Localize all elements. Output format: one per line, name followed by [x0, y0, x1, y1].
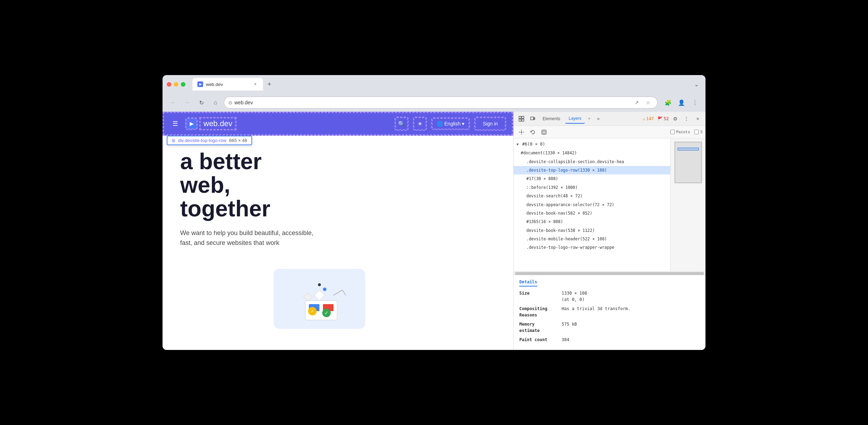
extensions-button[interactable]: 🧩 — [662, 97, 674, 108]
details-header: Details — [519, 279, 537, 287]
close-button[interactable] — [167, 82, 171, 87]
detail-memory-label: Memoryestimate — [519, 321, 562, 334]
details-panel: Details Size 1330 × 108 (at 0, 0) Compos… — [514, 275, 705, 350]
slow-checkbox[interactable] — [694, 130, 699, 134]
layers-tab-close[interactable]: × — [586, 116, 592, 122]
layers-content: ▼ #6(0 × 0) #document(1330 × 14842) .dev… — [514, 138, 705, 271]
layer-item[interactable]: devsite-book-nav(582 × 852) — [514, 209, 670, 217]
window-controls — [167, 82, 185, 87]
devtools-more-button[interactable]: ⋮ — [681, 114, 691, 124]
webpage: ☰ ▶ web.dev 🔍 ☀ 🌐 English ▾ Sign in — [163, 112, 513, 350]
site-logo: ▶ web.dev — [186, 118, 236, 130]
site-menu-button[interactable]: ☰ — [170, 118, 180, 130]
tooltip-icon: ⊞ — [172, 138, 175, 143]
layer-item[interactable]: #document(1330 × 14842) — [514, 149, 670, 157]
detail-paint-row: Paint count 384 — [519, 337, 700, 343]
error-flag-icon: 🚩 — [658, 116, 663, 121]
forward-button[interactable]: → — [182, 97, 193, 108]
slow-label: S — [694, 130, 703, 134]
site-language-button[interactable]: 🌐 English ▾ — [432, 118, 469, 129]
minimize-button[interactable] — [174, 82, 178, 87]
detail-memory-value: 575 kB — [562, 321, 577, 334]
logo-text: web.dev — [200, 118, 236, 130]
tooltip-element-name: div.devsite-top-logo-row — [178, 138, 226, 143]
bookmark-button[interactable]: ☆ — [643, 98, 653, 107]
url-bar[interactable]: ⊙ web.dev ↗ ☆ — [224, 97, 658, 109]
tab-favicon: ▶ — [197, 81, 203, 87]
scrollbar-thumb[interactable] — [515, 272, 704, 275]
paints-label: Paints — [670, 130, 690, 134]
url-actions: ↗ ☆ — [632, 98, 653, 107]
new-tab-button[interactable]: + — [264, 79, 274, 89]
site-search-button[interactable]: 🔍 — [395, 117, 408, 130]
site-theme-button[interactable]: ☀ — [414, 117, 426, 130]
svg-text:✓: ✓ — [310, 308, 314, 314]
svg-rect-16 — [522, 119, 524, 121]
detail-compositing-row: CompositingReasons Has a trivial 3d tran… — [519, 306, 700, 318]
home-button[interactable]: ⌂ — [210, 97, 221, 108]
more-tabs-button[interactable]: » — [593, 114, 603, 124]
globe-icon: 🌐 — [437, 121, 443, 127]
browser-tab[interactable]: ▶ web.dev × — [192, 78, 263, 91]
devtools-settings-button[interactable]: ⚙ — [670, 114, 680, 124]
svg-text:✓: ✓ — [324, 310, 329, 316]
back-button[interactable]: ← — [167, 97, 179, 108]
tree-arrow-icon: ▼ — [516, 142, 519, 147]
page-content: a better web, together We want to help y… — [163, 136, 513, 259]
tab-title: web.dev — [206, 82, 223, 87]
layer-item[interactable]: devsite-appearance-selector(72 × 72) — [514, 201, 670, 209]
layers-preview — [670, 138, 705, 271]
layer-item[interactable]: #17(30 × 808) — [514, 174, 670, 183]
maximize-button[interactable] — [181, 82, 185, 87]
svg-rect-14 — [522, 116, 524, 118]
devtools-panel: Elements Layers × » ⚠ 147 🚩 52 ⚙ ⋮ × — [513, 112, 705, 350]
horizontal-scrollbar[interactable] — [514, 271, 705, 275]
pan-button[interactable] — [516, 127, 526, 137]
tab-dropdown-button[interactable]: ⌄ — [691, 79, 701, 89]
layer-item[interactable]: #1365(16 × 808) — [514, 217, 670, 226]
site-signin-button[interactable]: Sign in — [475, 117, 506, 130]
reset-button[interactable] — [539, 127, 549, 137]
logo-icon: ▶ — [186, 118, 197, 129]
more-options-button[interactable]: ⋮ — [689, 97, 701, 108]
layer-item-selected[interactable]: .devsite-top-logo-row(1330 × 108) — [514, 166, 670, 174]
detail-size-label: Size — [519, 290, 562, 303]
browser-window: ▶ web.dev × + ⌄ ← → ↻ ⌂ ⊙ web.dev ↗ ☆ 🧩 … — [163, 75, 705, 350]
layer-item[interactable]: devsite-search(48 × 72) — [514, 192, 670, 200]
layer-item[interactable]: .devsite-collapsible-section.devsite-hea — [514, 158, 670, 166]
tooltip-size: 665 × 48 — [229, 138, 247, 143]
layers-tree: ▼ #6(0 × 0) #document(1330 × 14842) .dev… — [514, 138, 670, 271]
devtools-toolbar: Elements Layers × » ⚠ 147 🚩 52 ⚙ ⋮ × — [514, 112, 705, 126]
svg-point-9 — [318, 283, 321, 286]
layer-item[interactable]: .devsite-top-logo-row-wrapper-wrappe — [514, 243, 670, 252]
inspect-element-button[interactable] — [516, 114, 526, 124]
lang-label: English — [444, 121, 460, 127]
nav-bar: ← → ↻ ⌂ ⊙ web.dev ↗ ☆ 🧩 👤 ⋮ — [163, 93, 705, 112]
error-count: 🚩 52 — [658, 116, 669, 121]
url-text: web.dev — [234, 100, 630, 105]
nav-right: 🧩 👤 ⋮ — [662, 97, 701, 108]
warning-icon: ⚠ — [643, 116, 645, 121]
svg-point-19 — [521, 131, 522, 133]
elements-tab[interactable]: Elements — [539, 114, 564, 124]
layers-tab[interactable]: Layers — [565, 114, 585, 124]
reload-button[interactable]: ↻ — [196, 97, 207, 108]
profile-button[interactable]: 👤 — [676, 97, 687, 108]
svg-rect-24 — [542, 130, 546, 134]
layer-item[interactable]: .devsite-mobile-header(522 × 108) — [514, 235, 670, 243]
rotate-button[interactable] — [528, 127, 538, 137]
device-toggle-button[interactable] — [528, 114, 538, 124]
tab-close-button[interactable]: × — [252, 81, 258, 87]
svg-rect-13 — [519, 116, 521, 118]
layer-item[interactable]: devsite-book-nav(538 × 1122) — [514, 226, 670, 235]
layers-sub-toolbar: Paints S — [514, 126, 705, 138]
detail-paint-label: Paint count — [519, 337, 562, 343]
share-button[interactable]: ↗ — [632, 98, 642, 107]
layer-item[interactable]: ::before(1392 × 1000) — [514, 183, 670, 192]
paints-checkbox[interactable] — [670, 130, 675, 134]
devtools-close-button[interactable]: × — [693, 114, 703, 124]
layer-item[interactable]: ▼ #6(0 × 0) — [514, 140, 670, 149]
element-tooltip: ⊞ div.devsite-top-logo-row 665 × 48 — [167, 136, 252, 145]
page-illustration: ✓ ✓ — [274, 269, 365, 329]
detail-size-value: 1330 × 108 (at 0, 0) — [562, 290, 587, 303]
